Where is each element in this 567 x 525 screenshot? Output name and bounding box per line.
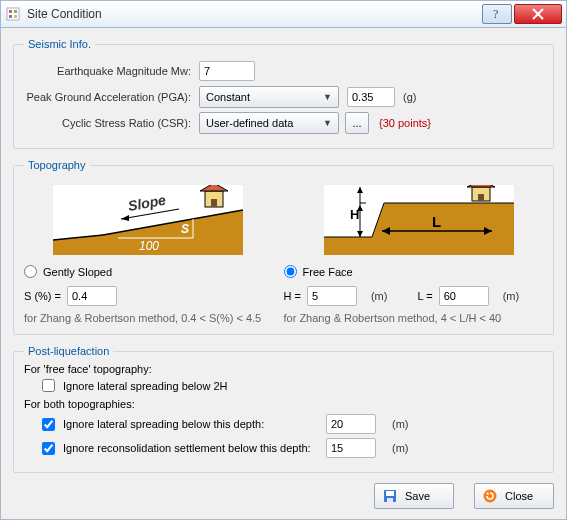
window-title: Site Condition <box>27 7 482 21</box>
free-face-radio[interactable] <box>284 265 297 278</box>
csr-label: Cyclic Stress Ratio (CSR): <box>24 117 199 129</box>
save-button[interactable]: Save <box>374 483 454 509</box>
csr-more-button[interactable]: ... <box>345 112 369 134</box>
svg-text:S: S <box>181 222 189 236</box>
gently-sloped-radio[interactable] <box>24 265 37 278</box>
svg-rect-0 <box>7 8 19 20</box>
ignore-reconsol-checkbox[interactable] <box>42 442 55 455</box>
svg-text:L: L <box>432 213 441 230</box>
pga-mode-value: Constant <box>206 91 250 103</box>
close-label: Close <box>505 490 533 502</box>
l-label: L = <box>417 290 432 302</box>
l-input[interactable] <box>439 286 489 306</box>
seismic-group: Seismic Info. Earthquake Magnitude Mw: P… <box>13 38 554 149</box>
ignore-lateral-input[interactable] <box>326 414 376 434</box>
h-unit: (m) <box>371 290 388 302</box>
svg-rect-21 <box>211 199 217 207</box>
close-button[interactable]: Close <box>474 483 554 509</box>
ignore-2h-checkbox[interactable] <box>42 379 55 392</box>
postliq-group: Post-liquefaction For 'free face' topogr… <box>13 345 554 473</box>
pga-value-input[interactable] <box>347 87 395 107</box>
s-input[interactable] <box>67 286 117 306</box>
l-unit: (m) <box>503 290 520 302</box>
svg-rect-4 <box>14 15 17 18</box>
ignore-lateral-checkbox[interactable] <box>42 418 55 431</box>
pga-label: Peak Ground Acceleration (PGA): <box>24 91 199 103</box>
svg-text:?: ? <box>493 8 498 20</box>
ignore-reconsol-input[interactable] <box>326 438 376 458</box>
slope-figure: Slope 100 S <box>51 183 245 257</box>
pga-unit: (g) <box>403 91 416 103</box>
s-hint: for Zhang & Robertson method, 0.4 < S(%)… <box>24 312 284 324</box>
svg-rect-2 <box>14 10 17 13</box>
mw-label: Earthquake Magnitude Mw: <box>24 65 199 77</box>
freeface-hint: for Zhang & Robertson method, 4 < L/H < … <box>284 312 544 324</box>
topography-group: Topography Slope 100 S <box>13 159 554 335</box>
gently-sloped-label: Gently Sloped <box>43 266 112 278</box>
dialog-content: Seismic Info. Earthquake Magnitude Mw: P… <box>0 28 567 520</box>
svg-rect-1 <box>9 10 12 13</box>
lateral-unit: (m) <box>392 418 409 430</box>
free-face-label: Free Face <box>303 266 353 278</box>
freeface-figure: H L <box>322 183 516 257</box>
chevron-down-icon: ▼ <box>323 92 332 102</box>
ignore-lateral-label: Ignore lateral spreading below this dept… <box>63 418 318 430</box>
postliq-legend: Post-liquefaction <box>24 345 113 357</box>
app-icon <box>5 6 21 22</box>
h-label: H = <box>284 290 301 302</box>
svg-text:H: H <box>350 207 359 222</box>
close-window-button[interactable] <box>514 4 562 24</box>
ignore-reconsol-label: Ignore reconsolidation settlement below … <box>63 442 318 454</box>
titlebar: Site Condition ? <box>0 0 567 28</box>
help-button[interactable]: ? <box>482 4 512 24</box>
svg-rect-3 <box>9 15 12 18</box>
seismic-legend: Seismic Info. <box>24 38 95 50</box>
svg-rect-41 <box>386 491 394 496</box>
dialog-buttons: Save Close <box>13 483 554 509</box>
svg-rect-39 <box>478 194 484 201</box>
mw-input[interactable] <box>199 61 255 81</box>
s-label: S (%) = <box>24 290 61 302</box>
freeface-heading: For 'free face' topography: <box>24 363 543 375</box>
svg-text:100: 100 <box>139 239 159 253</box>
both-heading: For both topographies: <box>24 398 543 410</box>
reconsol-unit: (m) <box>392 442 409 454</box>
close-icon <box>483 489 497 503</box>
csr-mode-value: User-defined data <box>206 117 293 129</box>
save-icon <box>383 489 397 503</box>
svg-rect-42 <box>387 498 393 502</box>
save-label: Save <box>405 490 430 502</box>
csr-mode-dropdown[interactable]: User-defined data ▼ <box>199 112 339 134</box>
pga-mode-dropdown[interactable]: Constant ▼ <box>199 86 339 108</box>
svg-point-43 <box>484 490 497 503</box>
h-input[interactable] <box>307 286 357 306</box>
csr-points: {30 points} <box>379 117 431 129</box>
ignore-2h-label: Ignore lateral spreading below 2H <box>63 380 228 392</box>
chevron-down-icon: ▼ <box>323 118 332 128</box>
topography-legend: Topography <box>24 159 90 171</box>
svg-marker-38 <box>467 185 495 187</box>
